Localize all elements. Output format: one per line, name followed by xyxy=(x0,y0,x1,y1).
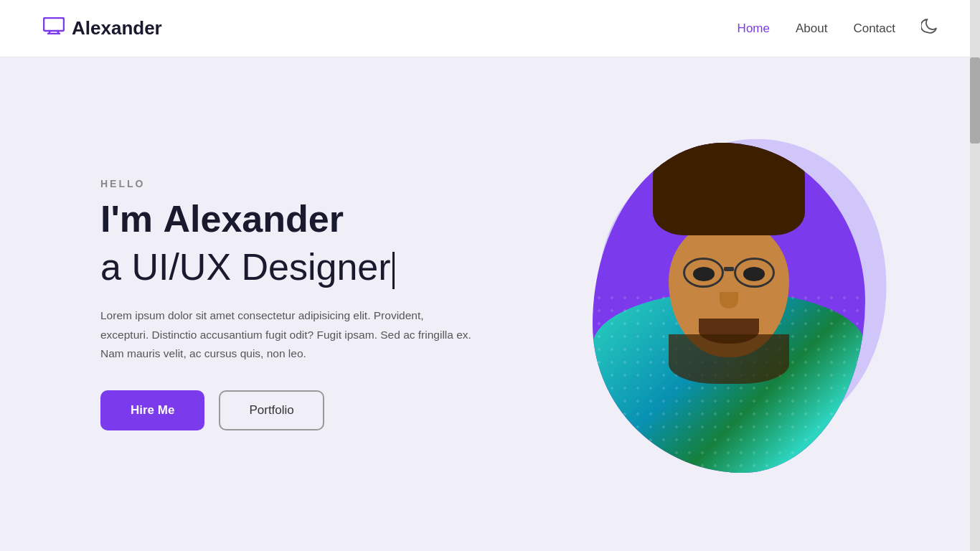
nav-about[interactable]: About xyxy=(796,22,827,36)
dark-mode-toggle[interactable] xyxy=(921,19,937,38)
hello-label: HELLO xyxy=(100,178,473,189)
nav-contact[interactable]: Contact xyxy=(853,22,895,36)
avatar-container xyxy=(593,143,865,473)
hero-subtitle: a UI/UX Designer xyxy=(100,246,473,289)
logo[interactable]: Alexander xyxy=(43,17,162,39)
hire-me-button[interactable]: Hire Me xyxy=(100,390,204,430)
hero-title: I'm Alexander xyxy=(100,198,473,241)
hero-name: Alexander xyxy=(164,198,344,240)
hero-description: Lorem ipsum dolor sit amet consectetur a… xyxy=(100,306,473,363)
subtitle-prefix: a xyxy=(100,246,131,288)
hero-image-wrapper xyxy=(550,107,908,501)
scrollbar[interactable] xyxy=(970,0,980,551)
typing-cursor xyxy=(392,252,395,289)
main-nav: Home About Contact xyxy=(738,19,937,38)
header: Alexander Home About Contact xyxy=(0,0,980,57)
svg-rect-0 xyxy=(44,18,64,31)
hero-role: UI/UX Designer xyxy=(131,246,390,288)
title-prefix: I'm xyxy=(100,198,164,240)
portfolio-button[interactable]: Portfolio xyxy=(219,390,324,430)
scrollbar-thumb[interactable] xyxy=(970,57,980,143)
monitor-icon xyxy=(43,17,65,39)
hero-section: HELLO I'm Alexander a UI/UX Designer Lor… xyxy=(0,57,980,551)
brand-name: Alexander xyxy=(72,17,162,39)
nav-home[interactable]: Home xyxy=(738,22,770,36)
hero-content: HELLO I'm Alexander a UI/UX Designer Lor… xyxy=(100,178,473,431)
hero-buttons: Hire Me Portfolio xyxy=(100,390,473,430)
